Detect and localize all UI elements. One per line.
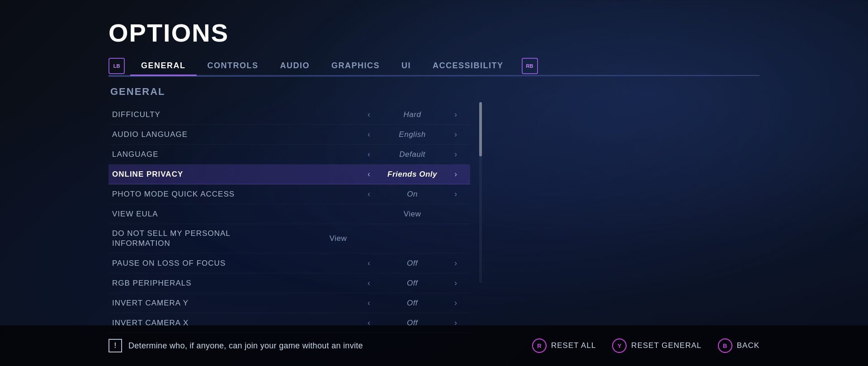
setting-audio-language[interactable]: AUDIO LANGUAGE ‹ English › [108,125,470,145]
setting-value-language: Default [381,150,444,159]
setting-label-language: LANGUAGE [112,150,358,159]
arrow-left-audio-language[interactable]: ‹ [364,130,373,139]
hint-icon: ! [108,339,122,352]
arrow-left-rgb-peripherals[interactable]: ‹ [364,278,373,288]
setting-photo-mode[interactable]: PHOTO MODE QUICK ACCESS ‹ On › [108,184,470,204]
arrow-left-pause-on-focus[interactable]: ‹ [364,258,373,268]
setting-do-not-sell[interactable]: DO NOT SELL MY PERSONAL INFORMATION View [108,224,470,253]
arrow-right-invert-camera-x[interactable]: › [451,318,460,328]
back-button[interactable]: B Back [718,338,760,353]
tab-graphics[interactable]: GRAPHICS [321,56,391,75]
arrow-right-pause-on-focus[interactable]: › [451,258,460,268]
setting-control-invert-camera-x: ‹ Off › [358,318,467,328]
setting-label-photo-mode: PHOTO MODE QUICK ACCESS [112,190,358,199]
main-content: OPTIONS LB GENERAL CONTROLS AUDIO GRAPHI… [0,0,868,333]
tab-audio[interactable]: AUDIO [269,56,321,75]
tab-right-controller[interactable]: RB [522,58,538,74]
setting-difficulty[interactable]: DIFFICULTY ‹ Hard › [108,105,470,125]
setting-control-online-privacy: ‹ Friends Only › [358,169,467,179]
setting-view-eula[interactable]: VIEW EULA View [108,204,470,224]
setting-value-photo-mode: On [381,190,444,199]
arrow-left-invert-camera-x[interactable]: ‹ [364,318,373,328]
arrow-right-online-privacy[interactable]: › [451,169,460,179]
arrow-right-rgb-peripherals[interactable]: › [451,278,460,288]
setting-value-invert-camera-y: Off [381,299,444,308]
setting-control-language: ‹ Default › [358,150,467,159]
setting-control-audio-language: ‹ English › [358,130,467,139]
setting-label-do-not-sell: DO NOT SELL MY PERSONAL INFORMATION [112,229,284,249]
back-label: Back [737,341,760,350]
hint-box: ! Determine who, if anyone, can join you… [108,339,532,352]
setting-label-view-eula: VIEW EULA [112,210,358,219]
scrollbar-track[interactable] [479,102,482,283]
setting-value-pause-on-focus: Off [381,259,444,268]
setting-value-rgb-peripherals: Off [381,279,444,288]
tab-bar: LB GENERAL CONTROLS AUDIO GRAPHICS UI AC… [108,56,760,76]
settings-panel: GENERAL DIFFICULTY ‹ Hard › AUDIO LANGUA… [108,86,470,333]
back-icon: B [718,338,732,353]
setting-value-do-not-sell: View [307,234,370,243]
page-title: OPTIONS [108,18,760,47]
setting-control-difficulty: ‹ Hard › [358,110,467,119]
setting-label-online-privacy: ONLINE PRIVACY [112,170,358,179]
arrow-left-online-privacy[interactable]: ‹ [364,169,373,179]
setting-label-rgb-peripherals: RGB PERIPHERALS [112,279,358,288]
setting-label-pause-on-focus: PAUSE ON LOSS OF FOCUS [112,259,358,268]
tab-controls[interactable]: CONTROLS [197,56,269,75]
setting-label-difficulty: DIFFICULTY [112,110,358,119]
setting-label-invert-camera-x: INVERT CAMERA X [112,319,358,328]
arrow-right-photo-mode[interactable]: › [451,189,460,199]
setting-control-rgb-peripherals: ‹ Off › [358,278,467,288]
setting-label-invert-camera-y: INVERT CAMERA Y [112,299,358,308]
section-title: GENERAL [108,86,470,98]
setting-invert-camera-y[interactable]: INVERT CAMERA Y ‹ Off › [108,293,470,313]
setting-value-difficulty: Hard [381,110,444,119]
setting-control-photo-mode: ‹ On › [358,189,467,199]
scrollbar-thumb[interactable] [479,102,482,156]
tab-accessibility[interactable]: ACCESSIBILITY [422,56,514,75]
arrow-right-difficulty[interactable]: › [451,110,460,119]
arrow-right-audio-language[interactable]: › [451,130,460,139]
arrow-left-photo-mode[interactable]: ‹ [364,189,373,199]
tab-left-controller[interactable]: LB [108,58,125,74]
setting-label-audio-language: AUDIO LANGUAGE [112,130,358,139]
setting-value-audio-language: English [381,130,444,139]
tab-general[interactable]: GENERAL [130,56,197,75]
setting-value-invert-camera-x: Off [381,319,444,328]
setting-invert-camera-x[interactable]: INVERT CAMERA X ‹ Off › [108,313,470,333]
arrow-right-invert-camera-y[interactable]: › [451,298,460,308]
reset-all-label: Reset All [551,341,596,350]
setting-rgb-peripherals[interactable]: RGB PERIPHERALS ‹ Off › [108,273,470,293]
setting-pause-on-focus[interactable]: PAUSE ON LOSS OF FOCUS ‹ Off › [108,253,470,273]
reset-general-icon: Y [612,338,627,353]
arrow-left-invert-camera-y[interactable]: ‹ [364,298,373,308]
hint-text: Determine who, if anyone, can join your … [128,341,363,351]
setting-online-privacy[interactable]: ONLINE PRIVACY ‹ Friends Only › [108,164,470,184]
tab-separator [108,76,760,77]
arrow-left-difficulty[interactable]: ‹ [364,110,373,119]
reset-general-button[interactable]: Y Reset General [612,338,701,353]
reset-all-button[interactable]: R Reset All [532,338,596,353]
setting-control-view-eula: View [358,210,467,219]
setting-control-pause-on-focus: ‹ Off › [358,258,467,268]
setting-value-online-privacy: Friends Only [381,170,444,179]
setting-control-invert-camera-y: ‹ Off › [358,298,467,308]
setting-value-view-eula: View [381,210,444,219]
arrow-right-language[interactable]: › [451,150,460,159]
reset-general-label: Reset General [631,341,701,350]
setting-control-do-not-sell: View [284,234,392,243]
tab-ui[interactable]: UI [391,56,422,75]
arrow-left-language[interactable]: ‹ [364,150,373,159]
bottom-actions: R Reset All Y Reset General B Back [532,338,760,353]
reset-all-icon: R [532,338,547,353]
setting-language[interactable]: LANGUAGE ‹ Default › [108,145,470,164]
main-area: GENERAL DIFFICULTY ‹ Hard › AUDIO LANGUA… [108,86,760,333]
